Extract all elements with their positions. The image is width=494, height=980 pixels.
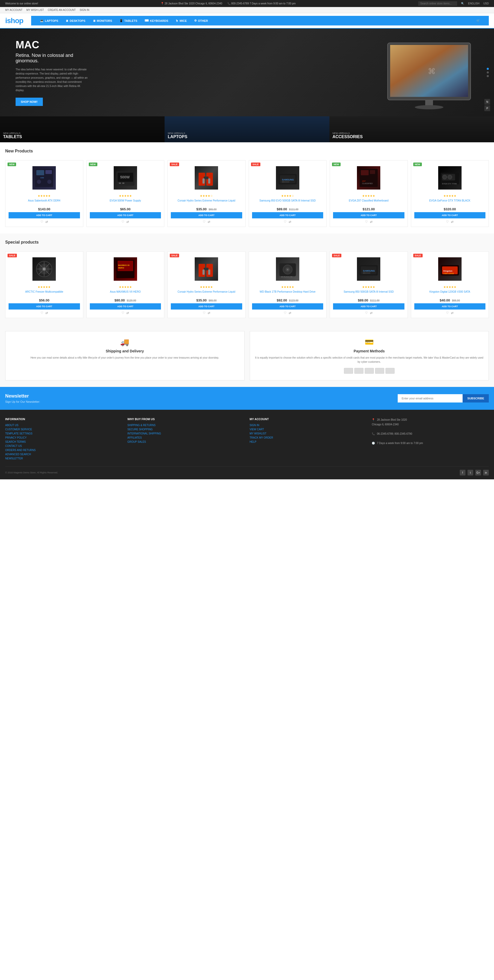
nav-mice[interactable]: 🖱 MICE xyxy=(172,16,191,25)
footer-secure-shopping[interactable]: SECURE SHOPPING xyxy=(127,428,245,431)
compare-icon[interactable]: ⇄ xyxy=(289,220,291,224)
wishlist-icon[interactable]: ♡ xyxy=(284,220,287,224)
compare-icon[interactable]: ⇄ xyxy=(126,311,129,315)
language-select[interactable]: ENGLISH xyxy=(468,2,480,5)
compare-icon[interactable]: ⇄ xyxy=(208,311,210,315)
footer-about-us[interactable]: ABOUT US xyxy=(5,424,122,426)
footer-customer-service[interactable]: CUSTOMER SERVICE xyxy=(5,428,122,431)
compare-icon[interactable]: ⇄ xyxy=(370,220,373,224)
product-card: SALE ★★★★★ Corsair Hydro Series Extreme … xyxy=(167,251,246,318)
wishlist-icon[interactable]: ♡ xyxy=(446,311,449,315)
footer-group-sales[interactable]: GROUP SALES xyxy=(127,441,245,443)
newsletter-subscribe-button[interactable]: SUBSCRIBE xyxy=(462,394,489,402)
currency-select[interactable]: USD xyxy=(483,2,489,5)
wishlist-icon[interactable]: ♡ xyxy=(203,311,206,315)
compare-icon[interactable]: ⇄ xyxy=(451,311,454,315)
compare-icon[interactable]: ⇄ xyxy=(289,311,291,315)
product-card: MAXIMUS VIIHERO ★★★★★ Asus MAXIMUS VII H… xyxy=(86,251,165,318)
footer-shipping-returns[interactable]: SHIPPING & RETURNS xyxy=(127,424,245,426)
wishlist-icon[interactable]: ♡ xyxy=(446,220,449,224)
compare-icon[interactable]: ⇄ xyxy=(45,220,48,224)
shipping-card: 🚚 Shipping and Delivery Here you can rea… xyxy=(5,331,245,380)
add-to-cart-button[interactable]: ADD TO CART xyxy=(414,212,486,218)
wishlist-icon[interactable]: ♡ xyxy=(40,311,43,315)
footer-advanced-search[interactable]: ADVANCED SEARCH xyxy=(5,453,122,456)
nav-other[interactable]: ⚙ OTHER xyxy=(191,16,212,25)
nav-keyboards[interactable]: ⌨ KEYBOARDS xyxy=(141,16,172,25)
add-to-cart-button[interactable]: ADD TO CART xyxy=(414,303,486,310)
googleplus-icon[interactable]: G+ xyxy=(475,470,481,476)
add-to-cart-button[interactable]: ADD TO CART xyxy=(171,303,242,310)
footer-international-shipping[interactable]: INTERNATIONAL SHIPPING xyxy=(127,432,245,435)
wishlist-icon[interactable]: ♡ xyxy=(365,311,368,315)
wishlist-icon[interactable]: ♡ xyxy=(284,311,287,315)
footer-search-terms[interactable]: SEARCH TERMS xyxy=(5,441,122,443)
wishlist-icon[interactable]: ♡ xyxy=(40,220,43,224)
sign-in-link[interactable]: SIGN IN xyxy=(80,9,89,11)
compare-icon[interactable]: ⇄ xyxy=(370,311,373,315)
product-thumbnail xyxy=(195,166,218,189)
product-actions: ♡ ⇄ xyxy=(252,220,324,224)
hero-prev-button[interactable]: N xyxy=(484,99,490,105)
add-to-cart-button[interactable]: ADD TO CART xyxy=(90,303,161,310)
add-to-cart-button[interactable]: ADD TO CART xyxy=(9,303,80,310)
footer-newsletter[interactable]: NEWSLETTER xyxy=(5,457,122,460)
footer-view-cart[interactable]: VIEW CART xyxy=(250,428,367,431)
category-tablets[interactable]: New arrivals TABLETS xyxy=(0,116,165,142)
facebook-icon[interactable]: f xyxy=(460,470,465,476)
product-name: Asus Sabertooth ATX DDR4 xyxy=(9,199,80,206)
my-wishlist-link[interactable]: MY WISH LIST xyxy=(27,9,44,11)
add-to-cart-button[interactable]: ADD TO CART xyxy=(252,303,324,310)
laptops-label: New arrivals xyxy=(168,132,326,135)
compare-icon[interactable]: ⇄ xyxy=(126,220,129,224)
cart-button[interactable]: 🛒 xyxy=(473,16,484,25)
svg-rect-50 xyxy=(202,270,205,275)
category-laptops[interactable]: New arrivals LAPTOPS xyxy=(165,116,329,142)
logo[interactable]: ishop xyxy=(5,17,23,25)
footer-sign-in[interactable]: SIGN IN xyxy=(250,424,367,426)
footer-affiliates[interactable]: AFFILIATES xyxy=(127,436,245,439)
nav-tablets[interactable]: 📱 TABLETS xyxy=(116,16,141,25)
footer-template-settings[interactable]: TEMPLATE SETTINGS xyxy=(5,432,122,435)
footer-my-wishlist[interactable]: MY WISHLIST xyxy=(250,432,367,435)
nav-laptops[interactable]: 💻 LAPTOPS xyxy=(37,16,62,25)
footer-privacy-policy[interactable]: PRIVACY POLICY xyxy=(5,436,122,439)
product-thumbnail xyxy=(32,257,56,281)
wishlist-icon[interactable]: ♡ xyxy=(203,220,206,224)
search-input[interactable] xyxy=(418,1,457,6)
hero-next-button[interactable]: P xyxy=(484,105,490,111)
compare-icon[interactable]: ⇄ xyxy=(451,220,454,224)
compare-icon[interactable]: ⇄ xyxy=(45,311,48,315)
hero-dot-1[interactable] xyxy=(487,68,489,70)
category-accessories[interactable]: New arrivals ACCESSORIES xyxy=(329,116,494,142)
svg-rect-21 xyxy=(208,178,210,184)
hero-shop-now-button[interactable]: SHOP NOW! xyxy=(16,98,43,106)
product-price: $35.00 $65.00 xyxy=(171,207,242,211)
wishlist-icon[interactable]: ♡ xyxy=(121,311,124,315)
wishlist-icon[interactable]: ♡ xyxy=(365,220,368,224)
linkedin-icon[interactable]: in xyxy=(483,470,489,476)
create-account-link[interactable]: CREATE AN ACCOUNT xyxy=(48,9,76,11)
newsletter-email-input[interactable] xyxy=(398,394,462,402)
compare-icon[interactable]: ⇄ xyxy=(208,220,210,224)
nav-monitors[interactable]: 🖥 MONITORS xyxy=(89,16,116,25)
my-account-link[interactable]: MY ACCOUNT xyxy=(5,9,22,11)
footer-track-order[interactable]: TRACK MY ORDER xyxy=(250,436,367,439)
add-to-cart-button[interactable]: ADD TO CART xyxy=(90,212,161,218)
add-to-cart-button[interactable]: ADD TO CART xyxy=(171,212,242,218)
twitter-icon[interactable]: t xyxy=(467,470,473,476)
hero-dot-3[interactable] xyxy=(487,75,489,77)
search-icon[interactable]: 🔍 xyxy=(461,2,464,5)
add-to-cart-button[interactable]: ADD TO CART xyxy=(9,212,80,218)
add-to-cart-button[interactable]: ADD TO CART xyxy=(333,212,405,218)
footer-orders-returns[interactable]: ORDERS AND RETURNS xyxy=(5,449,122,452)
footer-contact-us[interactable]: CONTACT US xyxy=(5,445,122,447)
svg-text:850 EVO: 850 EVO xyxy=(363,272,370,274)
hero-dot-2[interactable] xyxy=(487,72,489,73)
add-to-cart-button[interactable]: ADD TO CART xyxy=(252,212,324,218)
nav-desktops[interactable]: 🖥 DESKTOPS xyxy=(62,16,89,25)
product-badge-new: NEW xyxy=(8,162,16,166)
add-to-cart-button[interactable]: ADD TO CART xyxy=(333,303,405,310)
footer-help[interactable]: HELP xyxy=(250,441,367,443)
wishlist-icon[interactable]: ♡ xyxy=(121,220,124,224)
